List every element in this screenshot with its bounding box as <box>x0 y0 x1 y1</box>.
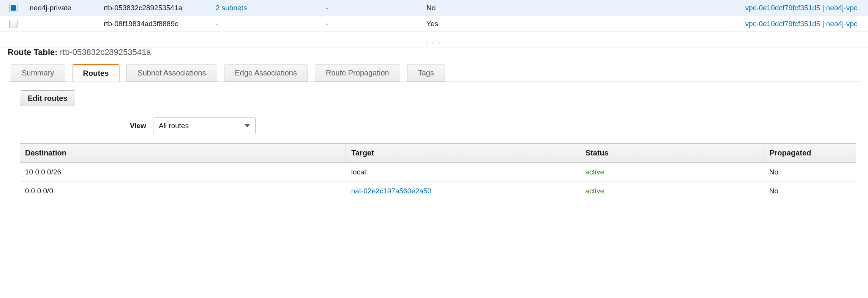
route-destination: 10.0.0.0/26 <box>20 163 346 182</box>
route-row: 0.0.0.0/0nat-02e2c197a560e2a50activeNo <box>20 182 856 201</box>
route-table-details: Route Table: rtb-053832c289253541a Summa… <box>0 47 868 201</box>
row-vpc[interactable]: vpc-0e10dcf79fcf351d5 | neo4j-vpc <box>505 4 860 12</box>
route-target-link[interactable]: nat-02e2c197a560e2a50 <box>351 187 431 195</box>
routes-table: Destination Target Status Propagated 10.… <box>20 143 856 201</box>
route-propagated: No <box>764 182 856 201</box>
view-label: View <box>130 122 146 130</box>
tab-tags[interactable]: Tags <box>407 64 445 82</box>
tab-routes[interactable]: Routes <box>72 64 120 82</box>
route-status: active <box>580 182 764 201</box>
routes-panel: Edit routes View All routes Destination … <box>8 82 860 201</box>
route-table-row[interactable]: neo4j-privatertb-053832c289253541a2 subn… <box>0 0 868 16</box>
route-table-row[interactable]: rtb-08f19834ad3f8889c--Yesvpc-0e10dcf79f… <box>0 16 868 32</box>
row-id: rtb-053832c289253541a <box>101 4 213 12</box>
row-subnet-assoc: - <box>213 20 323 28</box>
row-subnet-assoc[interactable]: 2 subnets <box>213 4 323 12</box>
route-propagated: No <box>764 163 856 182</box>
row-vpc-link[interactable]: vpc-0e10dcf79fcf351d5 | neo4j-vpc <box>745 4 857 12</box>
row-checkbox[interactable] <box>9 4 17 12</box>
tab-summary[interactable]: Summary <box>11 64 65 82</box>
route-destination: 0.0.0.0/0 <box>20 182 346 201</box>
row-subnet-assoc-link[interactable]: 2 subnets <box>216 4 247 12</box>
route-table-list: neo4j-privatertb-053832c289253541a2 subn… <box>0 0 868 32</box>
row-vpc-link[interactable]: vpc-0e10dcf79fcf351d5 | neo4j-vpc <box>745 20 857 28</box>
panel-resize-handle[interactable]: ○ ○ ○ <box>0 40 868 45</box>
col-status[interactable]: Status <box>580 144 764 163</box>
edit-routes-button[interactable]: Edit routes <box>20 90 75 106</box>
drag-dots-icon: ○ ○ ○ <box>426 41 442 45</box>
tab-subnet-associations[interactable]: Subnet Associations <box>126 64 217 82</box>
route-target[interactable]: nat-02e2c197a560e2a50 <box>346 182 580 201</box>
tab-edge-associations[interactable]: Edge Associations <box>224 64 308 82</box>
row-main: Yes <box>423 20 505 28</box>
view-filter-row: View All routes <box>130 118 856 134</box>
view-select-value: All routes <box>159 122 189 130</box>
details-tabs: Summary Routes Subnet Associations Edge … <box>8 64 860 82</box>
row-edge-assoc: - <box>323 4 423 12</box>
row-checkbox-cell <box>0 4 27 12</box>
route-row: 10.0.0.0/26localactiveNo <box>20 163 856 182</box>
row-name: neo4j-private <box>27 4 101 12</box>
routes-table-header: Destination Target Status Propagated <box>20 144 856 163</box>
row-main: No <box>423 4 505 12</box>
view-select[interactable]: All routes <box>153 118 256 134</box>
col-propagated[interactable]: Propagated <box>764 144 856 163</box>
details-title-label: Route Table: <box>8 47 58 57</box>
tab-route-propagation[interactable]: Route Propagation <box>315 64 400 82</box>
route-status: active <box>580 163 764 182</box>
col-target[interactable]: Target <box>346 144 580 163</box>
details-title: Route Table: rtb-053832c289253541a <box>8 47 860 57</box>
row-checkbox[interactable] <box>9 20 17 28</box>
row-checkbox-cell <box>0 20 27 28</box>
row-id: rtb-08f19834ad3f8889c <box>101 20 213 28</box>
col-destination[interactable]: Destination <box>20 144 346 163</box>
details-title-value: rtb-053832c289253541a <box>60 47 151 57</box>
row-vpc[interactable]: vpc-0e10dcf79fcf351d5 | neo4j-vpc <box>505 20 860 28</box>
row-edge-assoc: - <box>323 20 423 28</box>
chevron-down-icon <box>245 124 250 127</box>
route-target: local <box>346 163 580 182</box>
